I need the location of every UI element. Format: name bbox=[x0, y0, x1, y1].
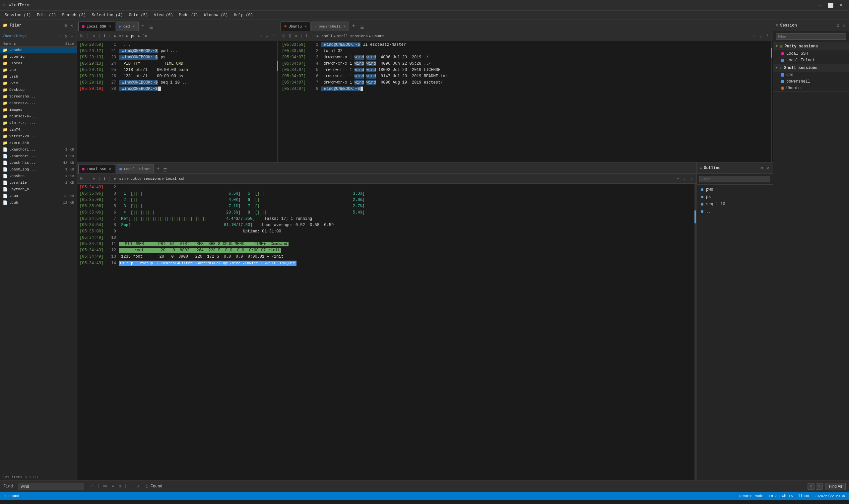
toolbar-new-icon[interactable]: ⊕ bbox=[92, 33, 96, 39]
tab-close-ps[interactable]: ✕ bbox=[343, 24, 346, 29]
toolbar-new-icon-b[interactable]: ⊕ bbox=[92, 176, 96, 181]
list-item[interactable]: 📄 .Xauthori... 1 KB bbox=[0, 146, 77, 153]
tab-close-local-ssh-b[interactable]: ✕ bbox=[109, 166, 111, 172]
list-item[interactable]: 📁 Screensho... bbox=[0, 93, 77, 100]
scrollbar-bottom[interactable] bbox=[694, 184, 696, 480]
list-item[interactable]: 📁 esctest2-... bbox=[0, 100, 77, 106]
tab-list-icon[interactable]: ☰ bbox=[148, 24, 154, 31]
toolbar-new-icon-r[interactable]: ⊕ bbox=[294, 33, 299, 39]
session-group-header-putty[interactable]: ▼ ⊞ Putty sessions bbox=[773, 42, 849, 50]
session-item-powershell[interactable]: powershell bbox=[773, 78, 849, 85]
tab-close-ubuntu[interactable]: ✕ bbox=[304, 24, 307, 29]
toolbar-expand-bottom[interactable]: ⋯ bbox=[676, 176, 681, 181]
list-item[interactable]: 📁 xterm-348 bbox=[0, 140, 77, 146]
list-item[interactable]: 📄 .profile 1 KB bbox=[0, 179, 77, 186]
toolbar-info-icon[interactable]: ℹ bbox=[103, 33, 106, 39]
find-opt-box[interactable]: ⊡ bbox=[118, 483, 122, 489]
breadcrumb-shell[interactable]: shell bbox=[321, 34, 332, 38]
breadcrumb-ubuntu[interactable]: ubuntu bbox=[373, 34, 386, 38]
session-item-local-ssh[interactable]: Local SSH bbox=[773, 50, 849, 57]
list-item[interactable]: 📁 .ssh bbox=[0, 73, 77, 80]
outline-item-ps[interactable]: ps bbox=[697, 193, 773, 201]
find-opt-refresh[interactable]: ↺ bbox=[136, 483, 141, 489]
find-prev-button[interactable]: < bbox=[808, 483, 814, 490]
list-item[interactable]: 📄 .bash_log... 1 KB bbox=[0, 166, 77, 173]
col-size[interactable]: Size bbox=[54, 42, 74, 46]
refresh-icon[interactable]: ↻ bbox=[64, 33, 68, 39]
toolbar-menu-icon[interactable]: ⋮ bbox=[271, 33, 277, 39]
list-item[interactable]: 📁 images bbox=[0, 106, 77, 113]
list-item[interactable]: 📄 .Xauthori... 1 KB bbox=[0, 153, 77, 160]
menu-search[interactable]: Search (3) bbox=[59, 12, 89, 19]
filer-close-icon[interactable]: ✕ bbox=[69, 22, 74, 29]
scrollbar-thumb-r[interactable] bbox=[771, 48, 772, 58]
toolbar-more-icon-r[interactable]: ⋯ bbox=[752, 33, 757, 39]
navigate-up-icon[interactable]: ↑ bbox=[58, 33, 62, 39]
find-input[interactable] bbox=[18, 483, 84, 490]
close-button[interactable]: ✕ bbox=[836, 2, 846, 9]
tab-local-ssh-bottom[interactable]: Local SSH ✕ bbox=[78, 164, 115, 174]
tab-list-icon-right[interactable]: ☰ bbox=[359, 24, 365, 31]
breadcrumb-shell-sessions[interactable]: shell sessions bbox=[337, 34, 367, 38]
breadcrumb-ssh[interactable]: ssh bbox=[119, 177, 126, 181]
scrollbar-left[interactable] bbox=[277, 41, 278, 162]
session-item-ubuntu[interactable]: Ubuntu bbox=[773, 85, 849, 91]
breadcrumb-lo[interactable]: lo bbox=[143, 34, 147, 38]
tab-local-ssh[interactable]: Local SSH ✕ bbox=[78, 21, 115, 31]
col-name[interactable]: Name ▲ bbox=[3, 42, 54, 46]
tab-add-left[interactable]: + bbox=[139, 21, 147, 31]
list-item[interactable]: 📁 .vim bbox=[0, 80, 77, 87]
outline-settings-icon[interactable]: ⚙ bbox=[759, 165, 764, 172]
tab-cmd[interactable]: ▶ cmd ✕ bbox=[116, 21, 139, 31]
session-group-header-shell[interactable]: ▼ ▷ Shell sessions bbox=[773, 64, 849, 72]
minimize-button[interactable]: — bbox=[815, 2, 825, 9]
find-next-button[interactable]: > bbox=[816, 483, 823, 490]
list-item[interactable]: 📁 .local bbox=[0, 60, 77, 67]
toolbar-copy-icon-r[interactable]: ⎘ bbox=[281, 34, 286, 39]
tab-close-cmd[interactable]: ✕ bbox=[133, 24, 135, 29]
tab-local-telnet[interactable]: Local Telnet bbox=[116, 164, 154, 174]
toolbar-copy-icon[interactable]: ⎘ bbox=[79, 34, 84, 39]
list-item[interactable]: 📁 vttest-20... bbox=[0, 133, 77, 140]
menu-view[interactable]: View (6) bbox=[151, 12, 176, 19]
session-item-local-telnet[interactable]: Local Telnet bbox=[773, 57, 849, 64]
menu-selection[interactable]: Selection (4) bbox=[89, 12, 126, 19]
outline-item-pwd[interactable]: pwd bbox=[697, 186, 773, 193]
list-item[interactable]: 📄 .sua 12 KB bbox=[0, 193, 77, 199]
session-item-cmd[interactable]: cmd bbox=[773, 72, 849, 78]
find-all-button[interactable]: Find All bbox=[826, 483, 846, 490]
breadcrumb-pu[interactable]: pu bbox=[131, 34, 135, 38]
list-item[interactable]: 📄 .python_h... bbox=[0, 186, 77, 193]
list-item[interactable]: 📁 Desktop bbox=[0, 87, 77, 93]
tab-add-bottom[interactable]: + bbox=[155, 164, 162, 174]
toolbar-more-icon[interactable]: ⋯ bbox=[258, 33, 263, 39]
breadcrumb-putty-sessions[interactable]: putty sessions bbox=[130, 177, 161, 181]
toolbar-chevron-bottom[interactable]: ⌄ bbox=[682, 176, 687, 181]
more-icon[interactable]: ⋯ bbox=[69, 33, 74, 39]
list-item[interactable]: 📁 vim-7.4.1... bbox=[0, 120, 77, 126]
tab-list-icon-bottom[interactable]: ☰ bbox=[162, 167, 168, 174]
list-item[interactable]: 📄 .bashrc 4 KB bbox=[0, 173, 77, 179]
menu-edit[interactable]: Edit (2) bbox=[34, 12, 59, 19]
toolbar-info-icon-b[interactable]: ℹ bbox=[103, 176, 106, 181]
toolbar-menu-icon-r[interactable]: ⋮ bbox=[764, 33, 771, 39]
session-filter-input[interactable] bbox=[776, 33, 846, 40]
tab-powershell[interactable]: ▷ powershell ✕ bbox=[311, 21, 349, 31]
list-item[interactable]: 📁 .cache bbox=[0, 47, 77, 53]
scrollbar-right[interactable] bbox=[771, 41, 772, 162]
menu-session[interactable]: Session (1) bbox=[2, 12, 34, 19]
list-item[interactable]: 📁 .ne bbox=[0, 67, 77, 73]
menu-goto[interactable]: Goto (5) bbox=[126, 12, 150, 19]
menu-mode[interactable]: Mode (7) bbox=[177, 12, 201, 19]
toolbar-paste-icon[interactable]: ⌷ bbox=[85, 33, 90, 39]
menu-help[interactable]: Help (0) bbox=[231, 12, 256, 19]
scrollbar-thumb-b[interactable] bbox=[694, 210, 696, 223]
toolbar-menu-bottom[interactable]: ⋮ bbox=[688, 176, 694, 181]
outline-close-icon[interactable]: ✕ bbox=[765, 165, 770, 172]
list-item[interactable]: 📁 ncurses-6-... bbox=[0, 113, 77, 120]
breadcrumb-local-ssh[interactable]: local ssh bbox=[166, 177, 185, 181]
menu-window[interactable]: Window (8) bbox=[201, 12, 231, 19]
tab-ubuntu[interactable]: ⊕ Ubuntu ✕ bbox=[281, 21, 310, 31]
find-opt-i[interactable]: I bbox=[129, 483, 134, 489]
scrollbar-thumb[interactable] bbox=[277, 61, 278, 71]
